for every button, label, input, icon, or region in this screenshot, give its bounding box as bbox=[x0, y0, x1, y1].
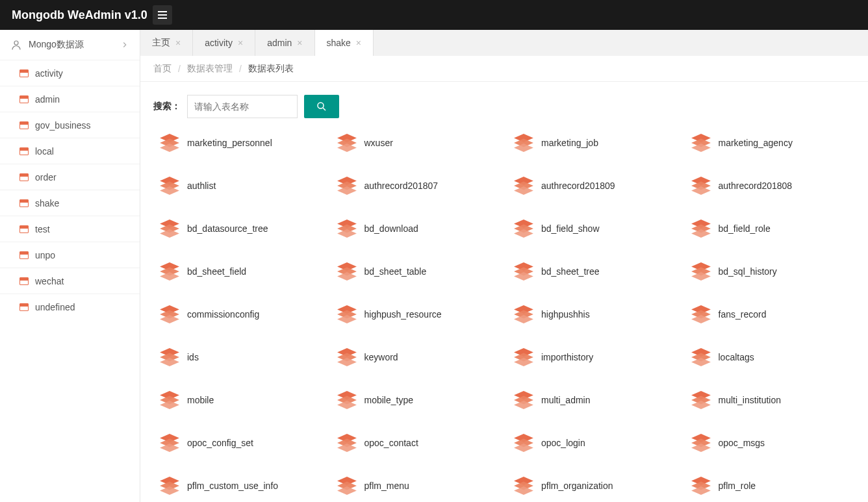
stack-icon bbox=[691, 391, 711, 409]
table-card[interactable]: bd_field_show bbox=[507, 210, 678, 247]
tab-主页[interactable]: 主页× bbox=[140, 30, 193, 56]
table-card[interactable]: authrecord201808 bbox=[685, 168, 856, 204]
search-button[interactable] bbox=[304, 95, 339, 118]
stack-icon bbox=[337, 134, 357, 152]
table-card[interactable]: marketing_job bbox=[507, 125, 678, 161]
sidebar-item-undefined[interactable]: undefined bbox=[0, 294, 140, 320]
table-card[interactable]: authrecord201807 bbox=[331, 168, 502, 204]
table-name: bd_sheet_field bbox=[187, 266, 246, 277]
stack-icon bbox=[160, 134, 179, 152]
table-name: multi_institution bbox=[719, 395, 782, 405]
stack-icon bbox=[160, 177, 179, 195]
table-card[interactable]: bd_sheet_tree bbox=[507, 253, 678, 290]
sidebar-header[interactable]: Mongo数据源 bbox=[0, 30, 140, 60]
menu-toggle-button[interactable] bbox=[153, 5, 172, 25]
stack-icon bbox=[691, 434, 711, 452]
search-input[interactable] bbox=[187, 95, 298, 118]
stack-icon bbox=[160, 477, 179, 495]
table-card[interactable]: bd_datasource_tree bbox=[153, 210, 324, 247]
table-name: authrecord201809 bbox=[541, 181, 615, 191]
database-icon bbox=[19, 251, 29, 259]
sidebar-item-unpo[interactable]: unpo bbox=[0, 242, 140, 268]
table-name: highpush_resource bbox=[364, 309, 442, 320]
close-icon[interactable]: × bbox=[356, 38, 361, 48]
table-card[interactable]: multi_admin bbox=[507, 382, 678, 418]
tab-label: admin bbox=[267, 38, 292, 48]
stack-icon bbox=[337, 434, 357, 452]
sidebar-item-admin[interactable]: admin bbox=[0, 86, 140, 112]
sidebar-item-shake[interactable]: shake bbox=[0, 190, 140, 216]
sidebar-item-wechat[interactable]: wechat bbox=[0, 268, 140, 294]
sidebar-item-test[interactable]: test bbox=[0, 216, 140, 242]
database-icon bbox=[19, 95, 29, 103]
close-icon[interactable]: × bbox=[175, 38, 181, 48]
table-card[interactable]: ids bbox=[153, 339, 324, 375]
breadcrumb-current: 数据表列表 bbox=[248, 63, 294, 75]
stack-icon bbox=[691, 134, 711, 152]
table-name: commissionconfig bbox=[187, 309, 259, 320]
tab-label: shake bbox=[327, 38, 351, 48]
table-card[interactable]: localtags bbox=[685, 339, 856, 375]
table-card[interactable]: opoc_login bbox=[507, 425, 678, 461]
table-card[interactable]: marketing_personnel bbox=[153, 125, 324, 161]
table-name: opoc_contact bbox=[364, 438, 418, 448]
stack-icon bbox=[514, 305, 533, 323]
table-card[interactable]: wxuser bbox=[331, 125, 502, 161]
table-card[interactable]: opoc_contact bbox=[331, 425, 502, 461]
table-card[interactable]: highpush_resource bbox=[331, 296, 502, 333]
sidebar-item-label: undefined bbox=[35, 302, 75, 312]
sidebar-item-local[interactable]: local bbox=[0, 138, 140, 164]
breadcrumb-parent[interactable]: 数据表管理 bbox=[187, 63, 233, 75]
tab-bar: 主页×activity×admin×shake× bbox=[140, 30, 868, 56]
table-card[interactable]: multi_institution bbox=[685, 382, 856, 418]
table-card[interactable]: commissionconfig bbox=[153, 296, 324, 333]
table-card[interactable]: opoc_msgs bbox=[685, 425, 856, 461]
sidebar-item-label: order bbox=[35, 172, 57, 182]
table-card[interactable]: pflm_organization bbox=[507, 468, 678, 502]
table-card[interactable]: keyword bbox=[331, 339, 502, 375]
database-icon bbox=[19, 121, 29, 129]
table-card[interactable]: highpushhis bbox=[507, 296, 678, 333]
table-card[interactable]: authrecord201809 bbox=[507, 168, 678, 204]
stack-icon bbox=[160, 305, 179, 323]
sidebar-item-gov_business[interactable]: gov_business bbox=[0, 112, 140, 138]
table-card[interactable]: marketing_agency bbox=[685, 125, 856, 161]
table-card[interactable]: bd_field_role bbox=[685, 210, 856, 247]
table-card[interactable]: mobile bbox=[153, 382, 324, 418]
stack-icon bbox=[160, 348, 179, 366]
table-card[interactable]: pflm_menu bbox=[331, 468, 502, 502]
table-card[interactable]: bd_sheet_field bbox=[153, 253, 324, 290]
table-name: ids bbox=[187, 352, 199, 362]
table-card[interactable]: fans_record bbox=[685, 296, 856, 333]
table-card[interactable]: bd_sheet_table bbox=[331, 253, 502, 290]
table-card[interactable]: pflm_role bbox=[685, 468, 856, 502]
chevron-right-icon bbox=[120, 40, 129, 49]
table-card[interactable]: opoc_config_set bbox=[153, 425, 324, 461]
sidebar-item-activity[interactable]: activity bbox=[0, 60, 140, 86]
table-card[interactable]: bd_sql_history bbox=[685, 253, 856, 290]
breadcrumb-home[interactable]: 首页 bbox=[153, 63, 172, 75]
table-card[interactable]: bd_download bbox=[331, 210, 502, 247]
table-name: mobile_type bbox=[364, 395, 414, 405]
hamburger-icon bbox=[158, 14, 167, 16]
stack-icon bbox=[691, 477, 711, 495]
table-name: mobile bbox=[187, 395, 214, 405]
table-name: opoc_login bbox=[541, 438, 585, 448]
sidebar-item-order[interactable]: order bbox=[0, 164, 140, 190]
tab-activity[interactable]: activity× bbox=[193, 30, 255, 56]
table-card[interactable]: mobile_type bbox=[331, 382, 502, 418]
close-icon[interactable]: × bbox=[238, 38, 243, 48]
user-icon bbox=[10, 39, 22, 51]
stack-icon bbox=[337, 305, 357, 323]
table-card[interactable]: pflm_custom_use_info bbox=[153, 468, 324, 502]
table-card[interactable]: importhistory bbox=[507, 339, 678, 375]
tab-shake[interactable]: shake× bbox=[315, 30, 374, 56]
tab-admin[interactable]: admin× bbox=[255, 30, 314, 56]
stack-icon bbox=[514, 434, 533, 452]
stack-icon bbox=[691, 262, 711, 281]
table-name: authlist bbox=[187, 181, 216, 191]
table-name: bd_sheet_tree bbox=[541, 266, 600, 277]
close-icon[interactable]: × bbox=[297, 38, 302, 48]
table-card[interactable]: authlist bbox=[153, 168, 324, 204]
table-name: bd_field_role bbox=[719, 223, 771, 234]
